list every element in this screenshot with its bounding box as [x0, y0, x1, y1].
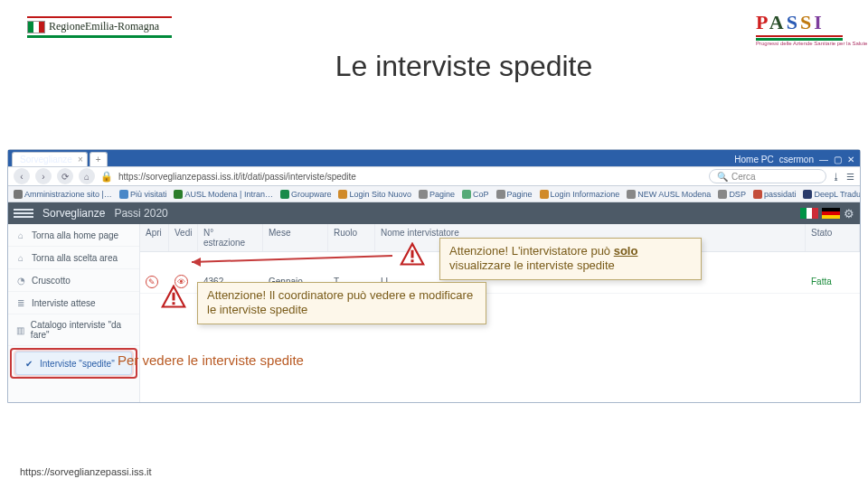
lang-de-icon[interactable] [822, 208, 840, 219]
th-ruolo: Ruolo [328, 224, 375, 251]
th-mese: Mese [263, 224, 328, 251]
download-icon[interactable]: ⭳ [832, 172, 841, 182]
th-apri: Apri [140, 224, 169, 251]
callout-coordinatore: Attenzione! Il coordinatore può vedere e… [197, 282, 486, 324]
nav-reload-icon[interactable]: ⟳ [57, 168, 73, 184]
region-logo: RegioneEmilia-Romagna [27, 16, 172, 38]
th-num: N° estrazione [198, 224, 263, 251]
th-stato: Stato [806, 224, 860, 251]
th-vedi: Vedi [169, 224, 198, 251]
home-icon: ⌂ [15, 252, 26, 263]
callout-intervistatore: Attenzione! L'intervistatore può solo vi… [439, 238, 702, 280]
search-icon: 🔍 [717, 172, 728, 182]
bookmark-item[interactable]: Groupware [280, 190, 332, 199]
bookmark-item[interactable]: Più visitati [119, 190, 167, 199]
sidebar-item-area[interactable]: ⌂Torna alla scelta area [8, 247, 139, 269]
app-brand: Sorveglianze [42, 207, 105, 220]
bookmarks-bar: Amministrazione sito |… Più visitati AUS… [8, 186, 860, 202]
bookmark-menu-icon[interactable]: ☰ [846, 172, 854, 182]
bookmark-item[interactable]: NEW AUSL Modena [627, 190, 711, 199]
hamburger-icon[interactable] [14, 209, 33, 218]
warning-icon [161, 285, 186, 310]
bookmark-item[interactable]: passidati [753, 190, 797, 199]
nav-home-icon[interactable]: ⌂ [79, 168, 95, 184]
italy-flag-icon [27, 21, 45, 33]
bookmark-item[interactable]: AUSL Modena | Intran… [174, 190, 273, 199]
bookmark-item[interactable]: DeepL Traduttore [803, 190, 860, 199]
arrow-to-eye [192, 253, 400, 269]
list-icon: ≣ [15, 297, 26, 308]
sidebar-item-spedite[interactable]: ✔Interviste "spedite" [15, 352, 132, 375]
gauge-icon: ◔ [15, 275, 26, 286]
svg-line-3 [192, 256, 392, 262]
app-context: Passi 2020 [114, 207, 167, 220]
footer-url: https://sorveglianzepassi.iss.it [20, 466, 152, 477]
search-box[interactable]: 🔍Cerca [709, 169, 826, 183]
passi-tagline: Progressi delle Aziende Sanitarie per la… [756, 41, 843, 46]
browser-tab[interactable]: Sorveglianze × [12, 152, 88, 166]
sidebar-item-catalogo[interactable]: ▥Catalogo interviste "da fare" [8, 314, 139, 346]
nav-back-icon[interactable]: ‹ [14, 168, 30, 184]
sidebar-item-home[interactable]: ⌂Torna alla home page [8, 224, 139, 247]
gear-icon[interactable]: ⚙ [844, 207, 854, 221]
region-logo-text: RegioneEmilia-Romagna [49, 20, 159, 33]
window-minimize-icon[interactable]: — [819, 155, 828, 164]
book-icon: ▥ [15, 324, 25, 335]
sidebar: ⌂Torna alla home page ⌂Torna alla scelta… [8, 224, 140, 402]
bookmark-item[interactable]: Login Sito Nuovo [338, 190, 411, 199]
bookmark-item[interactable]: Amministrazione sito |… [14, 190, 112, 199]
lang-it-icon[interactable] [800, 208, 818, 219]
nav-forward-icon[interactable]: › [35, 168, 52, 184]
check-icon: ✔ [24, 358, 34, 369]
window-username: csermon [779, 155, 814, 164]
edit-icon[interactable]: ✎ [146, 276, 158, 288]
lock-icon: 🔒 [100, 171, 113, 183]
cell-stato: Fatta [806, 272, 860, 291]
bookmark-item[interactable]: CoP [462, 190, 489, 199]
instruction-text: Per vedere le interviste spedite [118, 352, 304, 368]
new-tab-button[interactable]: + [90, 152, 108, 166]
bookmark-item[interactable]: Login Informazione [540, 190, 620, 199]
window-maximize-icon[interactable]: ▢ [834, 155, 842, 164]
sidebar-item-attese[interactable]: ≣Interviste attese [8, 292, 139, 314]
svg-marker-4 [192, 258, 201, 267]
bookmark-item[interactable]: Pagine [496, 190, 533, 199]
bookmark-item[interactable]: DSP [718, 190, 746, 199]
home-icon: ⌂ [15, 230, 26, 240]
sidebar-item-dashboard[interactable]: ◔Cruscotto [8, 269, 139, 292]
address-bar[interactable]: https://sorveglianzepassi.iss.it/it/dati… [118, 172, 703, 182]
warning-icon [400, 242, 425, 267]
window-close-icon[interactable]: ✕ [847, 155, 854, 164]
bookmark-item[interactable]: Pagine [419, 190, 455, 199]
passi-logo: PASSI Progressi delle Aziende Sanitarie … [756, 11, 843, 46]
page-title: Le interviste spedite [172, 50, 756, 83]
window-title: Home PC [734, 155, 773, 164]
